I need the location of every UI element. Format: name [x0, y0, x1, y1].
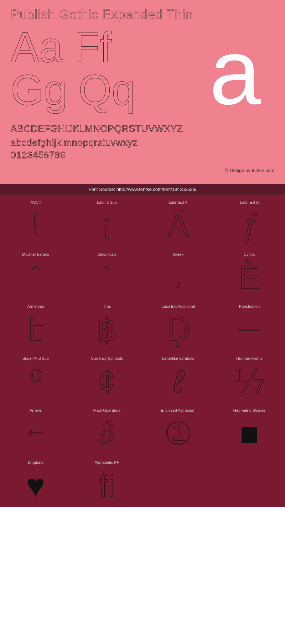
glyph-char-diacriticals: ` [73, 260, 141, 292]
glyph-char-latin1sup: ¡ [73, 208, 141, 240]
glyph-char-cyrillic: È [216, 260, 283, 295]
glyph-label-thai: Thai [103, 304, 110, 308]
preview-Aa: Aa [11, 26, 63, 68]
glyph-cell-cyrillic: Cyrillic È [214, 247, 285, 299]
glyph-cell-letterlike: Letterlike Symbols ℓ [142, 351, 214, 403]
glyph-cell-superandsub: Super And Sub ⁰ [0, 351, 71, 403]
glyph-cell-modifier: Modifier Letters ˆ [0, 247, 71, 299]
font-title: Publish Gothic Expanded Thin [11, 7, 274, 22]
glyph-cell-latinexta: Latin Ext A Ā [142, 195, 214, 247]
glyph-char-armenian: է [2, 312, 69, 347]
glyph-char-thai: ฿ [73, 312, 141, 347]
source-text: Font Source: http://www.fontke.com/font/… [89, 187, 197, 192]
glyph-cell-empty1 [142, 455, 214, 507]
glyph-cell-dingbats: Dingbats ♥ [0, 455, 71, 507]
glyph-label-latin1sup: Latin 1 Sup [97, 200, 117, 204]
glyph-label-modifier: Modifier Letters [22, 252, 49, 256]
glyph-label-letterlike: Letterlike Symbols [162, 356, 194, 360]
glyph-cell-geometric: Geometric Shapes ■ [214, 403, 285, 455]
glyph-label-cyrillic: Cyrillic [244, 252, 255, 256]
preview-Gg: Gg [11, 68, 68, 111]
glyph-label-mathops: Math Operators [93, 408, 120, 412]
glyph-cell-mathops: Math Operators ∂ [71, 403, 142, 455]
glyph-label-alphabeticpf: Alphabetic PF [95, 460, 119, 464]
glyph-label-latinextadd: Latin Ext Additional [161, 304, 195, 308]
glyph-cell-currency: Currency Symbols ¢ [71, 351, 142, 403]
source-bar: Font Source: http://www.fontke.com/font/… [0, 184, 285, 195]
glyph-cell-arrows: Arrows ← [0, 403, 71, 455]
glyph-grid: ASCII ! Latin 1 Sup ¡ Latin Ext A Ā Lati… [0, 195, 285, 507]
glyph-char-modifier: ˆ [2, 260, 69, 292]
glyph-label-arrows: Arrows [30, 408, 42, 412]
glyph-cell-latinextb: Latin Ext B ƒ [214, 195, 285, 247]
glyph-grid-section: ASCII ! Latin 1 Sup ¡ Latin Ext A Ā Lati… [0, 195, 285, 507]
glyph-label-latinexta: Latin Ext A [169, 200, 188, 204]
glyph-label-latinextb: Latin Ext B [240, 200, 259, 204]
glyph-cell-enclosed: Enclosed Alphanum ① [142, 403, 214, 455]
glyph-char-letterlike: ℓ [144, 364, 212, 399]
glyph-char-punctuation: — [216, 312, 283, 344]
uppercase-line: ABCDEFGHIJKLMNOPQRSTUVWXYZ [11, 122, 274, 136]
glyph-char-latinexta: Ā [144, 208, 212, 243]
preview-Ff: Ff [74, 26, 112, 68]
glyph-cell-latin1sup: Latin 1 Sup ¡ [71, 195, 142, 247]
glyph-char-currency: ¢ [73, 364, 141, 399]
glyph-cell-alphabeticpf: Alphabetic PF ﬁ [71, 455, 142, 507]
glyph-char-dingbats: ♥ [2, 468, 69, 503]
glyph-char-enclosed: ① [144, 416, 212, 451]
glyph-label-punctuation: Punctuation [239, 304, 260, 308]
glyph-cell-empty2 [214, 455, 285, 507]
top-section: Publish Gothic Expanded Thin Aa Ff Gg Qq… [0, 0, 285, 184]
copyright: © Design by fontke.com [11, 168, 274, 173]
glyph-label-greek: Greek [173, 252, 183, 256]
glyph-label-superandsub: Super And Sub [22, 356, 49, 360]
lowercase-line: abcdefghijklmnopqrstuvwxyz [11, 136, 274, 150]
glyph-char-arrows: ← [2, 416, 69, 448]
glyph-char-mathops: ∂ [73, 416, 141, 451]
preview-big-a: a [209, 26, 261, 118]
glyph-label-diacriticals: Diacriticals [97, 252, 116, 256]
glyph-cell-armenian: Armenian է [0, 299, 71, 351]
glyph-label-geometric: Geometric Shapes [233, 408, 265, 412]
glyph-label-ascii: ASCII [31, 200, 41, 204]
glyph-char-greek: ‚ [144, 260, 212, 292]
glyph-char-numberforms: ⅐ [216, 364, 283, 399]
glyph-char-geometric: ■ [216, 416, 283, 451]
glyph-cell-thai: Thai ฿ [71, 299, 142, 351]
glyph-label-numberforms: Number Forms [236, 356, 262, 360]
glyph-char-superandsub: ⁰ [2, 364, 69, 399]
glyph-char-alphabeticpf: ﬁ [73, 468, 141, 503]
numbers-line: 0123456789 [11, 150, 274, 161]
preview-Qq: Qq [78, 68, 135, 111]
glyph-cell-latinextadd: Latin Ext Additional Ḍ [142, 299, 214, 351]
glyph-char-latinextb: ƒ [216, 208, 283, 243]
glyph-label-enclosed: Enclosed Alphanum [161, 408, 195, 412]
glyph-char-ascii: ! [2, 208, 69, 240]
glyph-cell-ascii: ASCII ! [0, 195, 71, 247]
glyph-cell-diacriticals: Diacriticals ` [71, 247, 142, 299]
glyph-cell-greek: Greek ‚ [142, 247, 214, 299]
glyph-label-currency: Currency Symbols [91, 356, 123, 360]
glyph-cell-punctuation: Punctuation — [214, 299, 285, 351]
glyph-label-armenian: Armenian [27, 304, 44, 308]
glyph-label-dingbats: Dingbats [28, 460, 43, 464]
alphabet-section: ABCDEFGHIJKLMNOPQRSTUVWXYZ abcdefghijklm… [11, 122, 274, 164]
glyph-cell-numberforms: Number Forms ⅐ [214, 351, 285, 403]
glyph-char-latinextadd: Ḍ [144, 312, 212, 347]
